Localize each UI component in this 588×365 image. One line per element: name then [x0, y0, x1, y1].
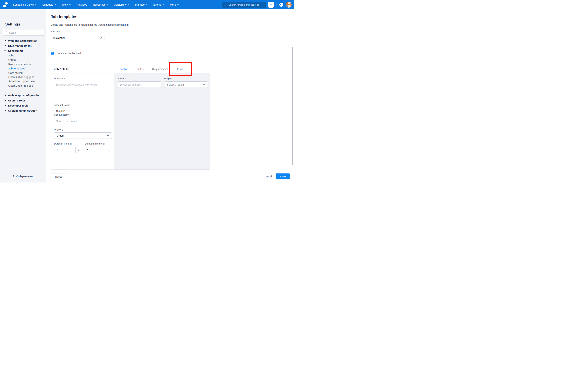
caret-down-icon	[128, 4, 129, 5]
nav-item-manage[interactable]: Manage	[135, 3, 147, 6]
region-select[interactable]: Select a region	[164, 81, 208, 88]
main-nav-menu: Scheduling Views Schedule Work Activitie…	[13, 3, 179, 6]
settings-sidebar: Settings Web app configuration Data mana…	[0, 9, 46, 170]
description-label: Description	[54, 77, 66, 80]
location-tab-panel	[114, 73, 210, 169]
tab-label: Requirements	[152, 68, 168, 70]
cancel-button-label: Cancel	[264, 175, 272, 178]
reset-button[interactable]: Reset	[51, 173, 66, 180]
sidebar-item-jobs[interactable]: Jobs	[8, 53, 14, 57]
chevron-right-icon	[4, 40, 6, 42]
urgency-value: Urgent	[57, 134, 64, 137]
sidebar-search-input[interactable]	[9, 31, 40, 34]
sidebar-item-mobile-app-configuration[interactable]: Mobile app configuration	[4, 93, 40, 97]
vertical-scrollbar[interactable]	[292, 47, 293, 165]
duration-hours-input[interactable]	[54, 147, 69, 153]
plus-icon: +	[78, 148, 80, 152]
duration-hours-increment-button[interactable]: +	[75, 147, 81, 153]
jobs-can-be-declined-checkbox[interactable]	[51, 52, 54, 55]
nav-item-events[interactable]: Events	[153, 3, 164, 6]
sidebar-item-job-templates[interactable]: Job templates	[8, 66, 25, 70]
job-type-label: Job Type	[51, 30, 61, 33]
sidebar-item-scheduled-optimization[interactable]: Scheduled optimization	[8, 79, 36, 83]
sidebar-item-label: Scheduled optimization	[8, 80, 36, 83]
caret-down-icon	[35, 4, 36, 5]
account-name-input[interactable]	[54, 108, 112, 114]
nav-item-availability[interactable]: Availability	[114, 3, 129, 6]
minus-icon: −	[102, 148, 104, 152]
tab-location[interactable]: Location	[114, 65, 132, 73]
sidebar-item-developer-tools[interactable]: Developer tools	[4, 104, 28, 107]
sidebar-item-label: Card styling	[8, 71, 23, 74]
tab-fields[interactable]: Fields	[132, 65, 148, 73]
chevron-down-icon	[203, 84, 205, 85]
duration-hours-label: Duration (hours)	[54, 142, 72, 145]
sidebar-item-web-app-configuration[interactable]: Web app configuration	[4, 39, 37, 43]
nav-item-work[interactable]: Work	[62, 3, 71, 6]
collapse-menu-button[interactable]: Collapse menu	[0, 170, 46, 182]
global-search	[222, 2, 266, 7]
chevron-right-icon	[4, 44, 6, 47]
region-value: Select a region	[167, 83, 184, 86]
action-bar-right: Cancel Save	[264, 173, 290, 180]
urgency-select[interactable]: Urgent	[54, 132, 112, 139]
nav-item-activities[interactable]: Activities	[77, 3, 87, 6]
chevron-right-icon	[4, 94, 6, 96]
card-vertical-divider	[114, 65, 114, 169]
sidebar-item-optimization-recipes[interactable]: Optimization recipes	[8, 84, 33, 88]
sidebar-item-data-management[interactable]: Data management	[4, 44, 31, 48]
chevron-down-icon	[4, 49, 6, 52]
skedulo-logo-icon[interactable]	[3, 2, 8, 7]
cancel-button[interactable]: Cancel	[264, 175, 272, 178]
tab-tasks[interactable]: Tasks	[172, 65, 187, 73]
nav-item-label: Availability	[114, 3, 126, 6]
nav-item-label: Work	[62, 3, 68, 6]
app-window: Scheduling Views Schedule Work Activitie…	[0, 0, 294, 182]
job-type-select[interactable]: Installation	[51, 35, 104, 41]
duration-minutes-decrement-button[interactable]: −	[100, 147, 106, 153]
page-title: Job templates	[51, 14, 77, 19]
duration-minutes-increment-button[interactable]: +	[106, 147, 112, 153]
chevron-down-icon	[100, 37, 102, 39]
sidebar-item-label: Jobs	[8, 54, 14, 57]
collapse-menu-label: Collapse menu	[16, 175, 34, 178]
sidebar-item-offers[interactable]: Offers	[8, 58, 16, 62]
navbar-right-cluster: +	[222, 2, 292, 7]
sidebar-item-rules-and-conflicts[interactable]: Rules and conflicts	[8, 62, 31, 66]
nav-item-schedule[interactable]: Schedule	[42, 3, 56, 6]
nav-item-more[interactable]: More	[170, 3, 179, 6]
caret-down-icon	[163, 4, 164, 5]
sidebar-item-optimization-suggest[interactable]: Optimization suggest	[8, 75, 34, 79]
logo-shape	[5, 2, 8, 5]
duration-minutes-input[interactable]	[85, 147, 100, 153]
sidebar-item-users-and-roles[interactable]: Users & roles	[4, 98, 26, 102]
sidebar-item-card-styling[interactable]: Card styling	[8, 71, 23, 75]
nav-item-scheduling-views[interactable]: Scheduling Views	[13, 3, 36, 6]
nav-item-resources[interactable]: Resources	[93, 3, 108, 6]
sync-status-icon[interactable]	[279, 2, 284, 7]
sidebar-item-label: Developer tools	[8, 104, 28, 107]
jobs-can-be-declined-label: Jobs can be declined	[57, 52, 81, 55]
sidebar-item-label: Data management	[8, 44, 31, 47]
nav-item-label: More	[170, 3, 176, 6]
caret-down-icon	[55, 4, 56, 5]
tab-requirements[interactable]: Requirements	[148, 65, 172, 73]
chevron-down-icon	[107, 135, 109, 136]
sidebar-title: Settings	[5, 22, 20, 26]
caret-down-icon	[107, 4, 108, 5]
sidebar-item-label: System administration	[8, 109, 37, 112]
address-input[interactable]	[117, 81, 161, 88]
create-new-button[interactable]: +	[268, 2, 274, 7]
sidebar-item-system-administration[interactable]: System administration	[4, 109, 37, 112]
contact-name-input[interactable]	[54, 118, 112, 124]
sidebar-item-scheduling[interactable]: Scheduling	[4, 49, 23, 53]
duration-hours-decrement-button[interactable]: −	[69, 147, 75, 153]
nav-item-label: Events	[153, 3, 161, 6]
user-avatar[interactable]	[286, 2, 292, 7]
description-textarea[interactable]	[54, 82, 112, 95]
save-button[interactable]: Save	[276, 174, 290, 179]
global-search-input[interactable]	[228, 3, 263, 6]
sidebar-item-label: Optimization recipes	[8, 84, 33, 87]
checkbox-checked-fill	[51, 52, 53, 54]
tab-label: Fields	[137, 68, 144, 70]
